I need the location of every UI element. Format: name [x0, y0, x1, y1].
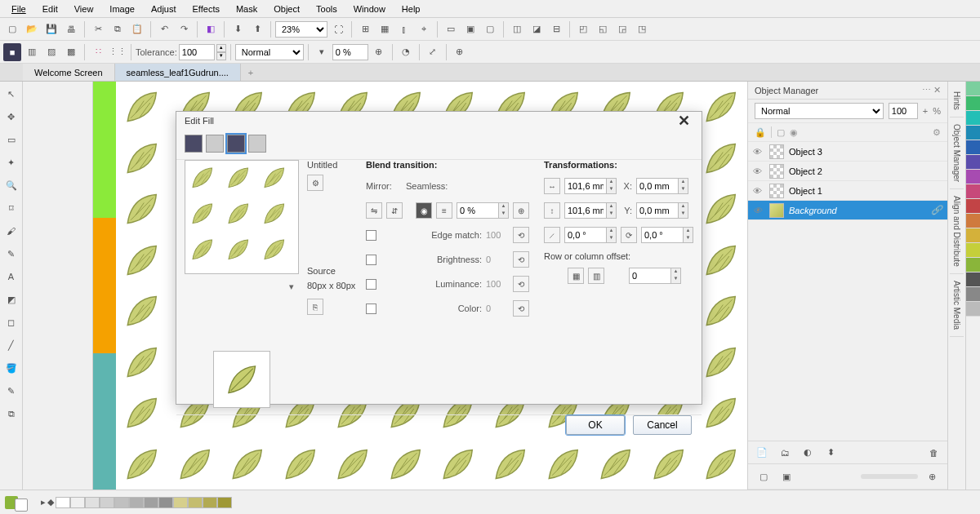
height-input[interactable] [565, 203, 606, 218]
swatch[interactable] [966, 199, 980, 214]
fill-type-fountain[interactable] [206, 135, 224, 153]
swatch[interactable] [966, 228, 980, 243]
fill-texture-icon[interactable]: ▩ [62, 43, 80, 61]
swatch[interactable] [173, 497, 188, 508]
panel-menu-icon[interactable]: ⋯ ✕ [922, 85, 941, 95]
layer-fx-icon[interactable]: ◉ [790, 127, 798, 138]
source-options-icon[interactable]: ⎘ [307, 299, 323, 315]
transform-icon[interactable]: ⤢ [424, 43, 442, 61]
swatch[interactable] [129, 497, 144, 508]
fill-type-texture[interactable] [248, 135, 266, 153]
mask-b-icon[interactable]: ▣ [461, 20, 479, 38]
print-icon[interactable]: 🖶 [62, 20, 80, 38]
brightness-check[interactable] [366, 255, 376, 265]
fill-type-pattern[interactable] [227, 135, 245, 153]
snap-icon[interactable]: ⌖ [415, 20, 433, 38]
layer-link-icon[interactable]: 🔗 [931, 205, 942, 215]
nav-c-icon[interactable]: ⊕ [923, 467, 941, 485]
zoom-select[interactable]: 23% [275, 21, 327, 38]
magic-wand-tool-icon[interactable]: ✦ [2, 153, 20, 171]
dither-icon[interactable]: ∷ [89, 43, 107, 61]
swatch[interactable] [966, 184, 980, 199]
opacity-input[interactable] [332, 44, 368, 60]
line-tool-icon[interactable]: ╱ [2, 336, 20, 354]
grid-icon[interactable]: ▦ [376, 20, 394, 38]
zoom-slider[interactable] [861, 474, 918, 479]
tab-welcome[interactable]: Welcome Screen [23, 64, 115, 81]
seamless-radial-icon[interactable]: ◉ [416, 202, 432, 219]
fill-tool-icon[interactable]: 🪣 [2, 359, 20, 377]
menu-file[interactable]: File [3, 2, 34, 16]
swatch[interactable] [966, 214, 980, 228]
pattern-options-icon[interactable]: ⚙ [307, 175, 323, 191]
swatch[interactable] [966, 258, 980, 273]
col-offset-icon[interactable]: ▥ [588, 268, 604, 284]
paste-icon[interactable]: 📋 [128, 20, 146, 38]
opacity-lock-icon[interactable]: ⊕ [370, 43, 388, 61]
strip-color-3[interactable] [93, 353, 116, 490]
eye-icon[interactable]: 👁 [753, 147, 764, 157]
swatch[interactable] [966, 126, 980, 140]
menu-effects[interactable]: Effects [185, 2, 228, 16]
swatch[interactable] [966, 273, 980, 287]
strip-color-1[interactable] [93, 82, 116, 218]
swatch[interactable] [217, 497, 232, 508]
dock-artistic[interactable]: Artistic Media [950, 274, 964, 337]
eye-icon[interactable]: 👁 [753, 206, 764, 215]
swatch[interactable] [188, 497, 203, 508]
seamless-linear-icon[interactable]: ≡ [436, 202, 452, 219]
swatch[interactable] [70, 497, 85, 508]
layer-row[interactable]: 👁Object 1 [748, 181, 947, 201]
mirror-h-icon[interactable]: ⇋ [366, 202, 382, 219]
layer-blend-select[interactable]: Normal [755, 103, 884, 119]
brightness-reset-icon[interactable]: ⟲ [513, 251, 529, 268]
add-icon[interactable]: ⊕ [451, 43, 469, 61]
pencil-tool-icon[interactable]: ✎ [2, 245, 20, 263]
swatch[interactable] [966, 302, 980, 317]
new-icon[interactable]: ▢ [3, 20, 21, 38]
mask-f-icon[interactable]: ⊟ [547, 20, 565, 38]
layer-thumb-icon[interactable]: ▢ [777, 127, 785, 138]
edge-check[interactable] [366, 230, 376, 241]
menu-help[interactable]: Help [394, 2, 429, 16]
eyedropper-tool-icon[interactable]: ✎ [2, 382, 20, 400]
ruler-icon[interactable]: ⊞ [356, 20, 374, 38]
mask-rect-tool-icon[interactable]: ▭ [2, 131, 20, 148]
dither2-icon[interactable]: ⋮⋮ [109, 43, 127, 61]
antialiase-icon[interactable]: ◔ [397, 43, 415, 61]
swatch[interactable] [85, 497, 100, 508]
eraser-tool-icon[interactable]: ◩ [2, 290, 20, 308]
tolerance-input[interactable] [179, 44, 215, 60]
delete-layer-icon[interactable]: 🗑 [924, 444, 942, 462]
copy-icon[interactable]: ⧉ [109, 20, 127, 38]
nav-a-icon[interactable]: ▢ [755, 467, 773, 485]
swatch[interactable] [966, 155, 980, 170]
swatch[interactable] [966, 243, 980, 258]
mirror-v-icon[interactable]: ⇵ [386, 202, 403, 219]
text-tool-icon[interactable]: A [2, 268, 20, 286]
nav-prev-icon[interactable]: ▸ [41, 497, 46, 507]
x-input[interactable] [637, 179, 678, 193]
menu-object[interactable]: Object [265, 2, 308, 16]
mask-a-icon[interactable]: ▭ [442, 20, 460, 38]
mask-d-icon[interactable]: ◫ [508, 20, 526, 38]
fill-gradient-icon[interactable]: ▥ [23, 43, 41, 61]
open-icon[interactable]: 📂 [23, 20, 41, 38]
zoom-tool-icon[interactable]: 🔍 [2, 176, 20, 194]
new-mask-icon[interactable]: ◐ [799, 444, 817, 462]
save-icon[interactable]: 💾 [42, 20, 60, 38]
tab-file[interactable]: seamless_leaf1Gudrun.... [115, 64, 241, 81]
new-group-icon[interactable]: 🗂 [776, 444, 794, 462]
color-check[interactable] [366, 304, 376, 314]
move-tool-icon[interactable]: ✥ [2, 108, 20, 126]
fill-solid-icon[interactable]: ■ [3, 43, 21, 61]
ok-button[interactable]: OK [566, 415, 625, 435]
plus-icon[interactable]: + [923, 106, 928, 116]
swatch[interactable] [56, 497, 70, 508]
luminance-check[interactable] [366, 279, 376, 290]
swatch[interactable] [966, 111, 980, 126]
y-input[interactable] [637, 203, 678, 218]
swatch[interactable] [100, 497, 114, 508]
export-icon[interactable]: ⬆ [248, 20, 266, 38]
obj-b-icon[interactable]: ◱ [594, 20, 612, 38]
